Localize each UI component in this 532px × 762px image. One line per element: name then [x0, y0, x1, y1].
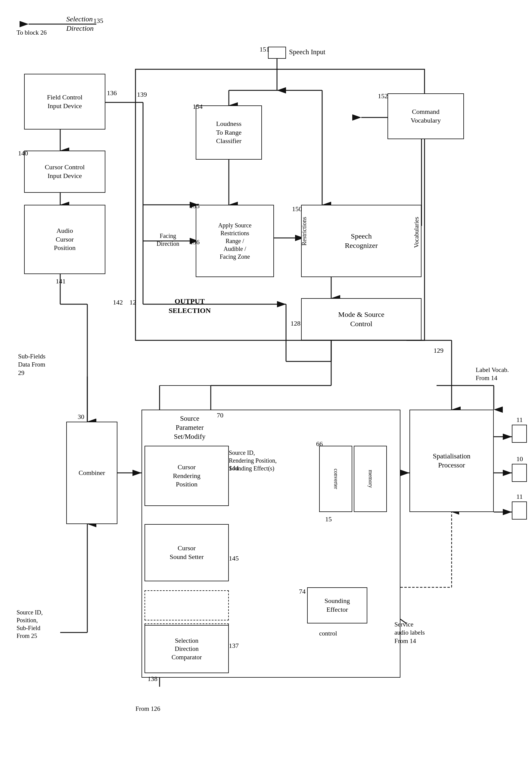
label-30: 30 — [78, 413, 84, 421]
label-10: 10 — [516, 455, 523, 464]
cursor-rendering-position: CursorRenderingPosition — [145, 446, 229, 506]
from-126-label: From 126 — [135, 705, 160, 713]
label-129: 129 — [433, 346, 443, 355]
selection-direction-comparator: SelectionDirectionComparator — [145, 625, 229, 673]
label-150: 150 — [292, 205, 302, 213]
output-box-mid — [512, 464, 527, 482]
speech-recognizer: SpeechRecognizer — [301, 205, 422, 277]
command-vocabulary: CommandVocabulary — [387, 93, 464, 139]
label-15: 15 — [325, 515, 332, 524]
label-135: 135 — [93, 17, 103, 25]
to-block-26: To block 26 — [17, 29, 47, 37]
label-11-bot: 11 — [516, 493, 523, 501]
diagram: SelectionDirection 135 To block 26 Field… — [0, 0, 532, 762]
label-136: 136 — [107, 89, 117, 98]
subfields-data-label: Sub-FieldsData From29 — [18, 352, 45, 377]
label-12: 12 — [129, 298, 136, 307]
service-audio-label: Serviceaudio labelsFrom 14 — [394, 620, 425, 645]
label-154: 154 — [193, 103, 203, 111]
mode-source-control: Mode & SourceControl — [301, 298, 422, 340]
label-74: 74 — [299, 587, 305, 596]
label-151: 151 — [259, 45, 269, 54]
label-145: 145 — [229, 554, 239, 563]
label-138: 138 — [148, 675, 158, 683]
spatialisation-processor: SpatialisationProcessor — [410, 410, 494, 512]
label-128: 128 — [291, 319, 300, 328]
memory: memory — [354, 446, 387, 512]
cursor-control-input-device: Cursor ControlInput Device — [24, 151, 105, 193]
label-152: 152 — [378, 92, 388, 101]
label-140: 140 — [18, 149, 28, 158]
output-box-bot — [512, 501, 527, 519]
apply-source-restrictions: Apply SourceRestrictionsRange /Audible /… — [196, 205, 274, 277]
speech-input-label: Speech Input — [289, 47, 325, 57]
control-label: control — [319, 630, 337, 638]
label-vocab: Label Vocab.From 14 — [476, 366, 509, 383]
source-id-position-label: Source ID,Position,Sub-FieldFrom 25 — [17, 608, 43, 640]
label-70: 70 — [217, 411, 224, 420]
label-142: 142 — [113, 298, 123, 307]
label-139: 139 — [137, 90, 147, 99]
source-param-label: SourceParameterSet/Modify — [160, 414, 220, 441]
source-id-rendering-label: Source ID,Rendering Position,Sounding Ef… — [229, 449, 316, 472]
label-156: 156 — [190, 238, 200, 247]
label-141: 141 — [56, 277, 66, 286]
converter: converter — [319, 446, 352, 512]
dashed-box-1 — [145, 590, 229, 620]
sounding-effector: SoundingEffector — [307, 587, 367, 624]
combiner: Combiner — [66, 422, 117, 524]
field-control-input-device: Field ControlInput Device — [24, 74, 105, 129]
selection-direction-label: SelectionDirection — [66, 15, 94, 33]
restrictions-label: Restrictions — [300, 217, 308, 246]
audio-cursor-position: AudioCursorPosition — [24, 205, 105, 274]
output-box-top — [512, 425, 527, 443]
loudness-classifier: LoudnessTo RangeClassifier — [196, 106, 262, 160]
facing-direction-label: FacingDirection — [157, 232, 179, 248]
label-137: 137 — [229, 642, 239, 650]
label-11-top: 11 — [516, 416, 523, 424]
label-155: 155 — [190, 202, 200, 210]
cursor-sound-setter: CursorSound Setter — [145, 524, 229, 581]
speech-input-box — [268, 47, 286, 59]
vocabularies-label: Vocabularies — [413, 217, 420, 248]
output-selection-label: OUTPUTSELECTION — [168, 297, 211, 315]
